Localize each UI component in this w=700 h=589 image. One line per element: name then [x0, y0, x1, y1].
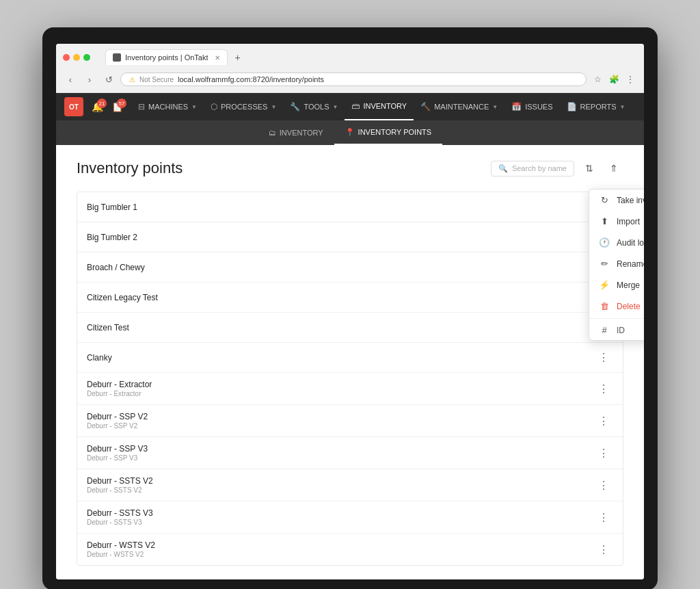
list-item: Deburr - SSTS V2 Deburr - SSTS V2 ⋮	[77, 469, 623, 501]
nav-item-reports[interactable]: 📄 REPORTS ▼	[560, 93, 632, 120]
list-item: Deburr - SSP V2 Deburr - SSP V2 ⋮	[77, 405, 623, 437]
menu-button[interactable]: ⋮	[623, 73, 637, 86]
sort-asc-button[interactable]: ⇅	[580, 159, 599, 178]
list-item-name: Citizen Test	[87, 323, 129, 332]
delete-icon: 🗑	[599, 301, 610, 311]
browser-chrome: Inventory points | OnTakt ✕ + ‹ › ↺ ⚠ No…	[56, 44, 644, 93]
list-item: Big Tumbler 1 ⋮ ↻ Take inventory ⬆ Impor…	[77, 192, 623, 222]
item-more-button[interactable]: ⋮	[594, 542, 613, 558]
search-icon: 🔍	[498, 164, 508, 173]
issues-icon: 📅	[511, 102, 522, 112]
list-item-name: Big Tumbler 2	[87, 233, 137, 242]
forward-button[interactable]: ›	[82, 72, 97, 87]
tasks-icon[interactable]: 📋 57	[111, 101, 123, 112]
list-item-name: Deburr - SSP V2	[87, 412, 148, 421]
bookmark-button[interactable]: ☆	[591, 73, 604, 86]
header-actions: 🔍 Search by name ⇅ ⇑	[491, 159, 623, 178]
item-more-button[interactable]: ⋮	[594, 477, 613, 493]
list-item: Deburr - Extractor Deburr - Extractor ⋮	[77, 373, 623, 405]
list-item-name: Deburr - SSTS V3	[87, 508, 153, 518]
context-menu-delete[interactable]: 🗑 Delete	[589, 296, 644, 317]
id-label: ID	[617, 326, 625, 335]
nav-item-maintenance[interactable]: 🔨 MAINTENANCE ▼	[414, 93, 504, 120]
new-tab-button[interactable]: +	[230, 51, 244, 64]
list-item-content: Deburr - SSTS V2 Deburr - SSTS V2	[87, 476, 153, 494]
item-more-button[interactable]: ⋮	[594, 381, 613, 397]
nav-item-machines[interactable]: ⊟ MACHINES ▼	[131, 93, 204, 120]
nav-item-inventory[interactable]: 🗃 INVENTORY	[345, 93, 414, 120]
minimize-window-button[interactable]	[73, 54, 80, 61]
active-tab[interactable]: Inventory points | OnTakt ✕	[105, 49, 228, 65]
url-text: local.wolframmfg.com:8720/inventory/poin…	[178, 75, 324, 83]
search-box[interactable]: 🔍 Search by name	[491, 161, 574, 176]
list-item-content: Clanky	[87, 353, 112, 363]
nav-item-processes[interactable]: ⬡ PROCESSES ▼	[204, 93, 283, 120]
tab-close-button[interactable]: ✕	[215, 54, 220, 62]
reload-button[interactable]: ↺	[101, 72, 116, 87]
sub-nav-inventory-points-icon: 📍	[345, 128, 355, 137]
list-item-name: Big Tumbler 1	[87, 202, 137, 212]
reports-icon: 📄	[567, 102, 577, 112]
maximize-window-button[interactable]	[83, 54, 90, 61]
list-item-content: Citizen Legacy Test	[87, 293, 158, 302]
item-more-button[interactable]: ⋮	[594, 350, 613, 365]
list-item-name: Deburr - WSTS V2	[87, 540, 155, 550]
context-menu-rename[interactable]: ✏ Rename	[589, 253, 644, 274]
list-item-content: Deburr - SSTS V3 Deburr - SSTS V3	[87, 508, 153, 526]
list-item-content: Big Tumbler 1	[87, 202, 137, 212]
list-item-name: Broach / Chewy	[87, 263, 145, 272]
address-bar[interactable]: ⚠ Not Secure local.wolframmfg.com:8720/i…	[120, 73, 587, 86]
screen: Inventory points | OnTakt ✕ + ‹ › ↺ ⚠ No…	[56, 44, 644, 579]
item-more-button[interactable]: ⋮	[594, 510, 613, 525]
back-button[interactable]: ‹	[63, 72, 78, 87]
list-item-name: Clanky	[87, 353, 112, 363]
security-warning-icon: ⚠	[129, 76, 135, 83]
list-item-name: Deburr - SSTS V2	[87, 476, 153, 486]
notifications-bell[interactable]: 🔔 21	[92, 101, 103, 112]
context-menu-audit-log[interactable]: 🕐 Audit log	[589, 232, 644, 253]
item-more-button[interactable]: ⋮	[594, 413, 613, 429]
nav-menu: ⊟ MACHINES ▼ ⬡ PROCESSES ▼ 🔧 TOOLS ▼ 🗃 I…	[131, 93, 636, 120]
import-label: Import	[617, 217, 640, 226]
processes-dropdown-arrow: ▼	[271, 104, 276, 110]
import-icon: ⬆	[599, 216, 610, 226]
list-item-content: Deburr - SSP V3 Deburr - SSP V3	[87, 444, 148, 462]
rename-icon: ✏	[599, 259, 610, 269]
close-window-button[interactable]	[63, 54, 70, 61]
traffic-lights	[63, 54, 90, 61]
context-menu-id-row: # ID 58	[589, 320, 644, 340]
item-more-button[interactable]: ⋮	[594, 445, 613, 461]
tools-icon: 🔧	[290, 102, 300, 112]
list-item: Citizen Legacy Test ⋮	[77, 283, 623, 313]
list-item-sub: Deburr - Extractor	[87, 390, 152, 397]
list-item-name: Deburr - Extractor	[87, 380, 152, 389]
list-item-sub: Deburr - SSTS V3	[87, 519, 153, 526]
list-item-content: Deburr - SSP V2 Deburr - SSP V2	[87, 412, 148, 430]
list-item-sub: Deburr - SSTS V2	[87, 486, 153, 494]
list-item: Big Tumbler 2 ⋮	[77, 222, 623, 252]
inventory-icon: 🗃	[351, 101, 360, 111]
delete-label: Delete	[617, 302, 641, 311]
nav-item-tools[interactable]: 🔧 TOOLS ▼	[283, 93, 345, 120]
collapse-button[interactable]: ⇑	[604, 159, 623, 178]
context-menu-divider	[589, 318, 644, 319]
tab-favicon	[113, 53, 121, 62]
context-menu-take-inventory[interactable]: ↻ Take inventory	[589, 189, 644, 211]
sub-nav-inventory-points[interactable]: 📍 INVENTORY POINTS	[334, 120, 443, 145]
browser-actions: ☆ 🧩 ⋮	[591, 73, 637, 86]
context-menu-merge[interactable]: ⚡ Merge	[589, 274, 644, 296]
merge-label: Merge	[617, 280, 640, 290]
list-item-name: Deburr - SSP V3	[87, 444, 148, 454]
nav-item-tools-label: TOOLS	[304, 103, 329, 111]
nav-item-issues[interactable]: 📅 ISSUES	[504, 93, 559, 120]
nav-item-issues-label: ISSUES	[525, 103, 552, 111]
context-menu-import[interactable]: ⬆ Import	[589, 211, 644, 232]
processes-icon: ⬡	[211, 102, 217, 112]
audit-log-label: Audit log	[617, 238, 644, 248]
extensions-button[interactable]: 🧩	[607, 73, 621, 86]
list-item: Broach / Chewy ⋮	[77, 252, 623, 283]
sub-nav-inventory[interactable]: 🗂 INVENTORY	[258, 120, 334, 145]
take-inventory-label: Take inventory	[617, 196, 644, 205]
list-item: Clanky ⋮	[77, 343, 623, 373]
nav-item-maintenance-label: MAINTENANCE	[434, 103, 489, 111]
